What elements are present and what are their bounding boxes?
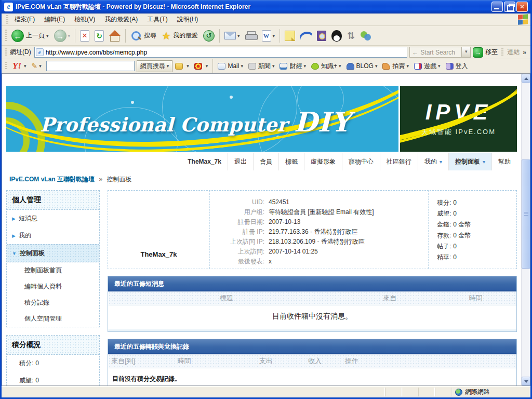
vertical-scrollbar[interactable] [521,74,530,385]
menu-view[interactable]: 檢視(V) [70,14,100,25]
profile-field: 註冊日期:2007-10-13 [215,217,423,227]
profile-info: UID:452451 用户组:等待驗證會員 [重新驗證 Email 有效性] 註… [210,191,428,269]
qq-addon-button[interactable] [329,29,344,43]
refresh-button[interactable] [92,29,106,43]
menu-bar: 檔案(F) 編輯(E) 檢視(V) 我的最愛(A) 工具(T) 說明(H) [2,14,530,26]
history-button[interactable]: ↺ [201,29,217,43]
toolbar-grip[interactable] [5,48,7,56]
banner-logo-panel: IPVE 天域智能 IPvE.COM [400,86,517,152]
yahoo-logo-icon: Y! [12,61,21,71]
site-banner[interactable]: Professional Computer DIY IPVE 天域智能 IPvE… [6,86,517,152]
menu-help[interactable]: 說明(H) [172,14,203,25]
yahoo-mail-button[interactable]: Mail [216,61,245,71]
scroll-up-button[interactable] [522,74,530,83]
yahoo-news-button[interactable]: 新聞 [246,61,277,72]
back-button[interactable]: ← 上一頁 [9,29,51,43]
yahoo-knowledge-button[interactable]: 知識+ [309,61,343,72]
minimize-button[interactable] [491,2,503,12]
yahoo-target-button[interactable] [192,62,210,71]
sync-addon-button[interactable]: ⇅ [345,29,357,43]
start-search-combo[interactable]: ← Start Search ▾ [409,47,471,58]
toolbar-grip[interactable] [5,30,7,42]
nav-avatar[interactable]: 虛擬形象 [304,153,342,170]
links-button[interactable]: 連結 » [505,48,528,57]
sidebar-subitem-cp-home[interactable]: 控制面板首頁 [7,262,99,278]
favorites-button[interactable]: ★ 我的最愛 [159,29,200,43]
scroll-down-button[interactable] [522,377,530,385]
home-button[interactable] [107,30,123,42]
credit-overview-box: 積分概況 積分:0 威望:0 金錢:0 金幣 [6,335,100,385]
notes-addon-button[interactable] [283,30,297,42]
messages-table-header: 標題 來自 時間 [108,291,516,305]
edit-button[interactable] [260,29,277,43]
address-bar: 網址(D) e ← Start Search ▾ → 移至 連結 » [2,46,530,59]
breadcrumb-site-link[interactable]: IPvE.COM vLan 互聯對戰論壇 [9,176,95,183]
sidebar-subitem-space-manage[interactable]: 個人空間管理 [7,311,99,327]
stop-button[interactable] [78,29,91,43]
qq-penguin-icon [331,30,342,42]
scroll-thumb[interactable] [522,159,530,269]
nav-logout[interactable]: 退出 [228,153,253,170]
avatar-cell: TheMax_7k [108,191,210,269]
print-button[interactable] [243,30,259,42]
nav-help[interactable]: 幫助 [491,153,517,170]
window-title: IPvE.COM vLan 互聯對戰論壇 - Powered by Discuz… [16,3,491,11]
forward-button[interactable]: → [52,29,73,43]
sidebar-subitem-edit-profile[interactable]: 編輯個人資料 [7,278,99,295]
nav-community-bank[interactable]: 社區銀行 [380,153,418,170]
nav-username[interactable]: TheMax_7k [181,153,228,170]
credit-stat: 積分:0 [7,355,99,372]
address-input[interactable] [46,49,406,56]
mail-button[interactable] [222,31,242,41]
yahoo-toolbar: Y! ✎ 網頁搜尋 Mail 新聞 財經 知識+ BLOG 拍賣 遊戲 登入 [2,59,530,73]
menu-favorites[interactable]: 我的最愛(A) [100,14,142,25]
nav-control-panel[interactable]: 控制面板 [448,153,491,170]
nav-members[interactable]: 會員 [253,153,278,170]
search-button[interactable]: 搜尋 [128,29,158,43]
yahoo-games-button[interactable]: 遊戲 [412,61,443,72]
menu-tools[interactable]: 工具(T) [142,14,172,25]
col-time: 時間 [178,356,259,366]
profile-field: 最後發表:x [215,257,423,267]
go-button[interactable]: → 移至 [473,47,498,58]
col-from: 來自 [345,294,435,303]
menu-edit[interactable]: 編輯(E) [39,14,70,25]
ipve-caption: 天域智能 IPvE.COM [421,127,496,137]
toolbar-grip[interactable] [5,62,7,70]
nav-tags[interactable]: 標籤 [278,153,304,170]
sidebar-subitem-credit-log[interactable]: 積分記錄 [7,295,99,311]
avatar-silhouette-icon [139,202,179,246]
menu-file[interactable]: 檔案(F) [10,14,39,25]
left-arrow-icon: ← [412,49,418,56]
stat-row: 帖子:0 [437,241,512,252]
standard-toolbar: ← 上一頁 → 搜尋 ★ 我的最愛 ↺ ⇅ [2,26,530,46]
sidebar-item-control-panel[interactable]: ▼控制面板 [7,244,99,262]
yahoo-logo-button[interactable]: Y! [9,60,29,72]
yahoo-login-button[interactable]: 登入 [444,61,470,72]
restore-button[interactable] [504,2,515,12]
yahoo-web-search-button[interactable]: 網頁搜尋 [137,60,173,72]
thunder-addon-button[interactable] [298,30,314,42]
close-button[interactable] [516,2,528,12]
combo-dropdown-icon[interactable]: ▾ [461,47,470,57]
yahoo-finance-button[interactable]: 財經 [277,61,308,72]
sidebar-item-my[interactable]: ▶我的 [7,227,99,244]
recent-messages-section: 最近的五條短消息 標題 來自 時間 目前收件箱中沒有消息。 [108,276,517,332]
col-time: 時間 [435,294,516,303]
yahoo-pencil-button[interactable]: ✎ [30,61,44,71]
toolbar-grip[interactable] [501,48,503,56]
forward-icon: → [54,30,66,42]
title-bar[interactable]: e IPvE.COM vLan 互聯對戰論壇 - Powered by Disc… [2,0,530,14]
nav-my-menu[interactable]: 我的 [418,153,448,170]
toolbar-grip[interactable] [6,15,8,23]
yahoo-bookmarks-button[interactable] [173,62,191,71]
home-icon [109,31,121,41]
sidebar-item-messages[interactable]: ▶短消息 [7,210,99,227]
messenger-addon-button[interactable] [358,30,374,42]
dictionary-addon-button[interactable] [315,30,328,42]
messages-body: 目前收件箱中沒有消息。 [108,305,516,331]
yahoo-blog-button[interactable]: BLOG [344,61,380,71]
nav-pet-center[interactable]: 寵物中心 [342,153,380,170]
yahoo-search-input[interactable] [46,61,135,71]
yahoo-auction-button[interactable]: 拍賣 [380,61,411,72]
